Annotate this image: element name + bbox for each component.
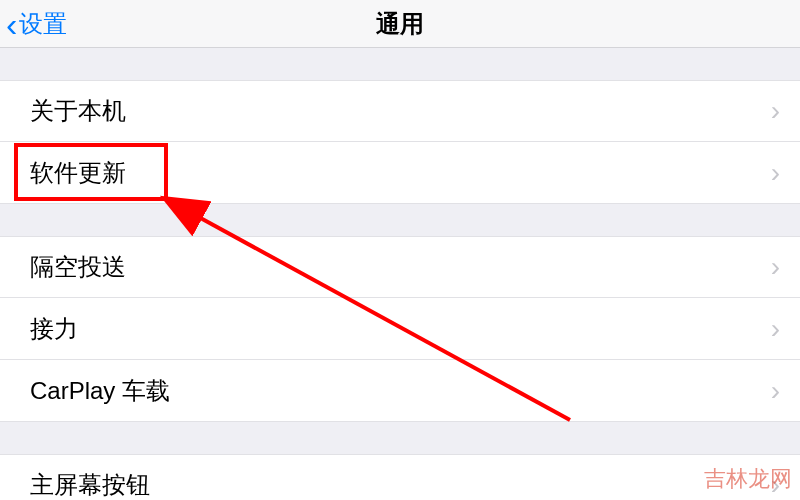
- section-3: 主屏幕按钮 ›: [0, 454, 800, 500]
- chevron-right-icon: ›: [771, 313, 780, 345]
- cell-carplay[interactable]: CarPlay 车载 ›: [0, 360, 800, 422]
- chevron-right-icon: ›: [771, 375, 780, 407]
- cell-label: 接力: [30, 313, 771, 345]
- cell-label: 主屏幕按钮: [30, 469, 771, 500]
- watermark: 吉林龙网: [704, 464, 792, 494]
- back-label: 设置: [19, 8, 67, 40]
- chevron-right-icon: ›: [771, 157, 780, 189]
- section-gap: [0, 422, 800, 454]
- cell-about[interactable]: 关于本机 ›: [0, 80, 800, 142]
- cell-handoff[interactable]: 接力 ›: [0, 298, 800, 360]
- chevron-right-icon: ›: [771, 251, 780, 283]
- chevron-right-icon: ›: [771, 95, 780, 127]
- section-gap: [0, 48, 800, 80]
- chevron-left-icon: ‹: [6, 7, 17, 41]
- section-gap: [0, 204, 800, 236]
- page-title: 通用: [376, 8, 424, 40]
- section-1: 关于本机 › 软件更新 ›: [0, 80, 800, 204]
- cell-label: 隔空投送: [30, 251, 771, 283]
- cell-airdrop[interactable]: 隔空投送 ›: [0, 236, 800, 298]
- cell-label: 关于本机: [30, 95, 771, 127]
- back-button[interactable]: ‹ 设置: [0, 7, 67, 41]
- cell-label: CarPlay 车载: [30, 375, 771, 407]
- nav-header: ‹ 设置 通用: [0, 0, 800, 48]
- cell-home-button[interactable]: 主屏幕按钮 ›: [0, 454, 800, 500]
- cell-label: 软件更新: [30, 157, 771, 189]
- cell-software-update[interactable]: 软件更新 ›: [0, 142, 800, 204]
- section-2: 隔空投送 › 接力 › CarPlay 车载 ›: [0, 236, 800, 422]
